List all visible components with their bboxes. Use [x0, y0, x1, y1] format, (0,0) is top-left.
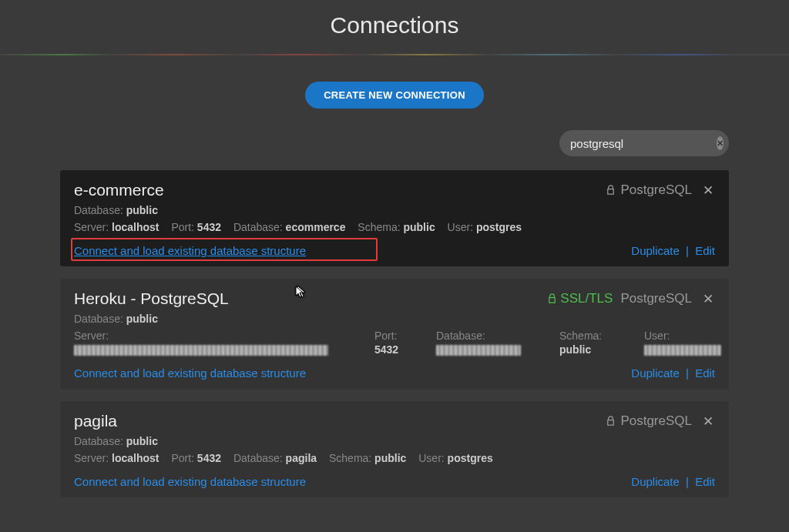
- lock-icon: [606, 416, 616, 427]
- actions-separator: |: [686, 366, 689, 380]
- server-redacted: [74, 343, 374, 356]
- lock-icon: [547, 293, 557, 305]
- dbname-redacted: [436, 343, 559, 356]
- connect-link[interactable]: Connect and load existing database struc…: [74, 366, 306, 380]
- delete-connection-button[interactable]: ✕: [701, 413, 715, 430]
- connection-card-ecommerce[interactable]: e-commerce PostgreSQL ✕ Database: public…: [60, 170, 729, 266]
- actions-separator: |: [686, 244, 689, 257]
- info-details-grid: Server: Port: Database: Schema: User: 54…: [74, 330, 715, 356]
- duplicate-link[interactable]: Duplicate: [631, 244, 680, 257]
- info-database: Database: public: [74, 313, 715, 325]
- edit-link[interactable]: Edit: [695, 366, 715, 380]
- delete-connection-button[interactable]: ✕: [701, 182, 715, 199]
- connection-card-heroku[interactable]: Heroku - PostgreSQL SSL/TLS PostgreSQL ✕…: [60, 279, 729, 389]
- ssl-tag: SSL/TLS: [547, 291, 613, 306]
- search-input[interactable]: [570, 137, 717, 150]
- search-clear-button[interactable]: ✕: [717, 136, 724, 150]
- info-database: Database: public: [74, 204, 715, 216]
- actions-separator: |: [686, 475, 689, 488]
- duplicate-link[interactable]: Duplicate: [631, 475, 680, 488]
- connect-link[interactable]: Connect and load existing database struc…: [74, 475, 306, 488]
- connect-link[interactable]: Connect and load existing database struc…: [74, 244, 306, 257]
- db-type-tag: PostgreSQL: [620, 291, 692, 306]
- create-connection-button[interactable]: CREATE NEW CONNECTION: [305, 82, 484, 109]
- edit-link[interactable]: Edit: [695, 475, 715, 488]
- edit-link[interactable]: Edit: [695, 244, 715, 257]
- page-title: Connections: [0, 0, 789, 54]
- connection-title: Heroku - PostgreSQL: [74, 289, 547, 308]
- connection-title: pagila: [74, 412, 606, 430]
- info-details: Server: localhost Port: 5432 Database: e…: [74, 221, 715, 233]
- accent-divider: [0, 54, 789, 55]
- duplicate-link[interactable]: Duplicate: [631, 366, 680, 380]
- lock-icon: [606, 185, 616, 196]
- connection-card-pagila[interactable]: pagila PostgreSQL ✕ Database: public Ser…: [60, 401, 729, 497]
- info-details: Server: localhost Port: 5432 Database: p…: [74, 452, 715, 464]
- user-redacted: [644, 343, 721, 356]
- db-type-tag: PostgreSQL: [606, 182, 692, 198]
- search-box[interactable]: ✕: [559, 130, 729, 156]
- info-database: Database: public: [74, 435, 715, 447]
- connection-title: e-commerce: [74, 181, 606, 199]
- delete-connection-button[interactable]: ✕: [701, 291, 715, 307]
- db-type-tag: PostgreSQL: [606, 413, 692, 429]
